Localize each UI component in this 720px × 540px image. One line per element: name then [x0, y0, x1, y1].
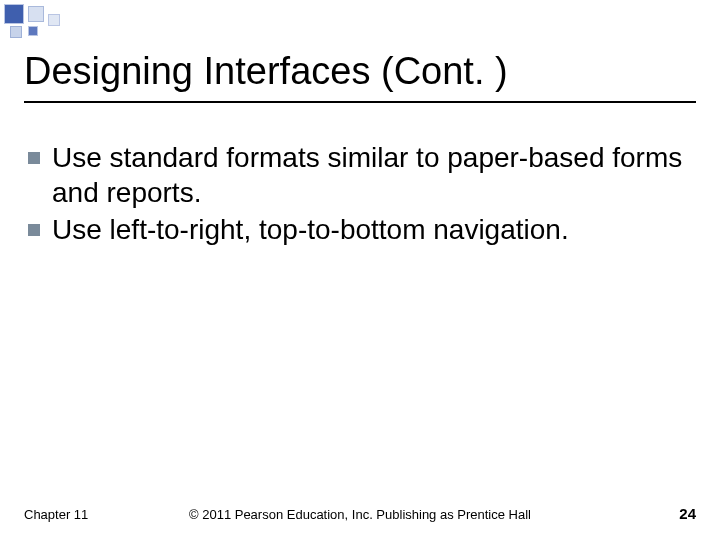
bullet-text: Use standard formats similar to paper-ba… — [52, 140, 692, 210]
corner-decoration — [4, 4, 164, 40]
footer-copyright: © 2011 Pearson Education, Inc. Publishin… — [0, 507, 720, 522]
decor-square — [28, 26, 38, 36]
decor-square — [48, 14, 60, 26]
bullet-text: Use left-to-right, top-to-bottom navigat… — [52, 212, 569, 247]
slide-title: Designing Interfaces (Cont. ) — [24, 50, 696, 93]
title-area: Designing Interfaces (Cont. ) — [24, 50, 696, 111]
bullet-item: Use standard formats similar to paper-ba… — [28, 140, 692, 210]
square-bullet-icon — [28, 224, 40, 236]
square-bullet-icon — [28, 152, 40, 164]
decor-square — [28, 6, 44, 22]
slide: Designing Interfaces (Cont. ) Use standa… — [0, 0, 720, 540]
decor-square — [4, 4, 24, 24]
bullet-item: Use left-to-right, top-to-bottom navigat… — [28, 212, 692, 247]
decor-square — [10, 26, 22, 38]
footer-page-number: 24 — [679, 505, 696, 522]
title-underline — [24, 101, 696, 103]
slide-body: Use standard formats similar to paper-ba… — [28, 140, 692, 249]
